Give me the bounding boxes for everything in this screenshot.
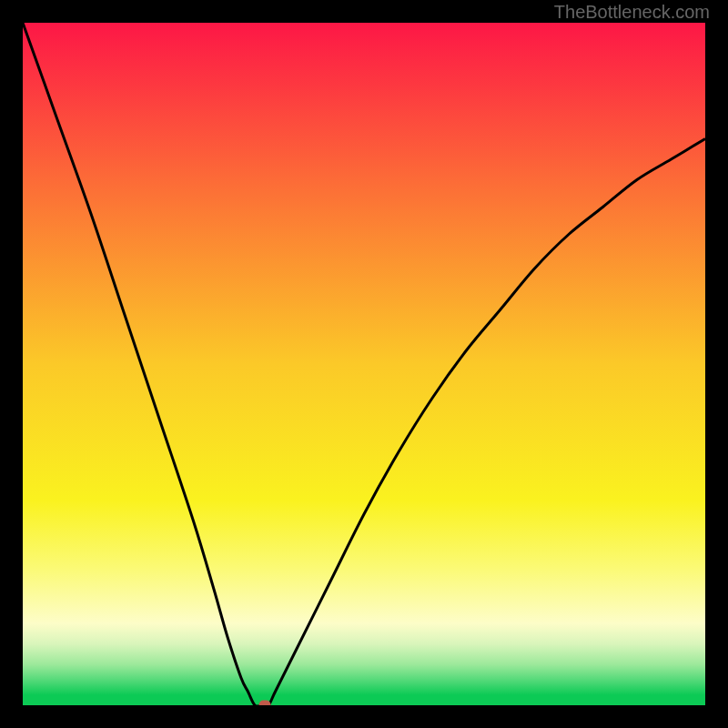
plot-area (23, 23, 705, 705)
chart-frame: TheBottleneck.com (0, 0, 728, 728)
bottleneck-curve (23, 23, 705, 705)
optimal-point-marker (259, 701, 271, 706)
watermark-text: TheBottleneck.com (554, 2, 710, 23)
